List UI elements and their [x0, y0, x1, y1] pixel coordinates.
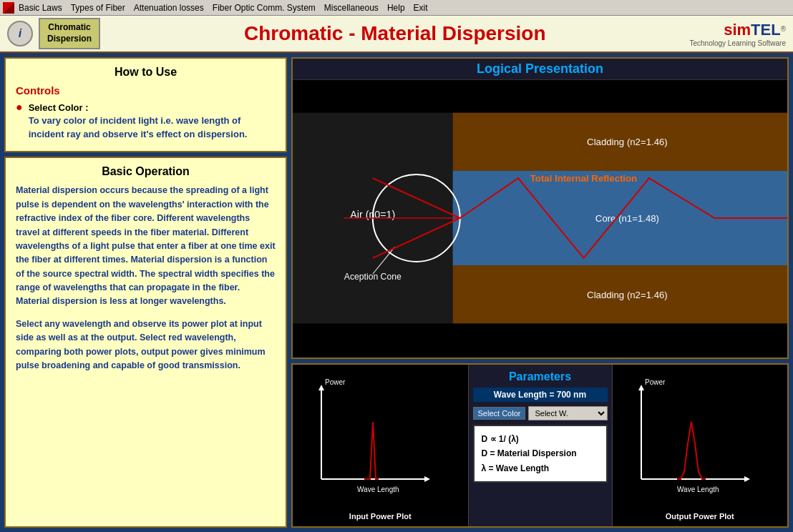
svg-text:Cladding (n2=1.46): Cladding (n2=1.46): [587, 290, 668, 300]
select-color-button[interactable]: Select Color: [473, 407, 526, 420]
logo-reg: ®: [781, 25, 786, 33]
svg-text:Wave Length: Wave Length: [677, 486, 719, 493]
svg-text:Total Internal Reflection: Total Internal Reflection: [530, 173, 637, 184]
logical-presentation: Logical Presentation Air (n0=1) Cladding…: [291, 57, 789, 359]
left-panel: How to Use Controls ● Select Color : To …: [4, 57, 287, 528]
output-power-plot: Power Wave Length Output Power Plot: [612, 365, 788, 526]
menu-attenuation[interactable]: Attenuation losses: [134, 3, 204, 13]
main-content: How to Use Controls ● Select Color : To …: [0, 53, 793, 532]
header: i Chromatic Dispersion Chromatic - Mater…: [0, 16, 793, 53]
tab-chromatic-dispersion[interactable]: Chromatic Dispersion: [39, 18, 100, 49]
formula-line1: D ∝ 1/ (λ): [482, 432, 599, 446]
info-button[interactable]: i: [7, 21, 33, 46]
menubar: Basic Laws Types of Fiber Attenuation lo…: [0, 0, 793, 16]
menu-fiber-comm[interactable]: Fiber Optic Comm. System: [213, 3, 316, 13]
svg-text:Core (n1=1.48): Core (n1=1.48): [595, 213, 659, 224]
app-icon: [3, 2, 14, 14]
how-to-use-title: How to Use: [16, 66, 276, 79]
input-power-plot: Power Power Wave Length Input Power Plot: [293, 365, 469, 526]
output-plot-label: Output Power Plot: [666, 512, 734, 521]
controls-title: Controls: [16, 84, 276, 97]
select-color-row: Select Color Select W.: [473, 406, 608, 420]
svg-text:Power: Power: [645, 379, 666, 386]
menu-types-fiber[interactable]: Types of Fiber: [71, 3, 125, 13]
basic-op-description: Material dispersion occurs because the s…: [16, 184, 276, 308]
bullet-icon: ●: [16, 101, 23, 114]
svg-marker-24: [638, 385, 644, 390]
params-title: Parameters: [509, 370, 571, 383]
svg-text:Power: Power: [325, 379, 346, 386]
control-desc: To vary color of incident light i.e. wav…: [29, 115, 248, 139]
svg-text:Cladding (n2=1.46): Cladding (n2=1.46): [587, 137, 668, 147]
menu-misc[interactable]: Miscellaneous: [324, 3, 379, 13]
basic-operation-panel: Basic Operation Material dispersion occu…: [4, 157, 287, 528]
select-wavelength-dropdown[interactable]: Select W.: [528, 406, 607, 420]
input-plot-label: Input Power Plot: [349, 512, 412, 521]
control-label: Select Color :: [29, 102, 89, 113]
formula-line3: λ = Wave Length: [482, 461, 599, 476]
right-panel: Logical Presentation Air (n0=1) Cladding…: [291, 57, 789, 528]
logo: simTEL® Technology Learning Software: [689, 21, 786, 47]
menu-help[interactable]: Help: [387, 3, 405, 13]
svg-marker-17: [318, 385, 324, 390]
wavelength-display: Wave Length = 700 nm: [473, 388, 608, 402]
svg-text:Wave Length: Wave Length: [357, 486, 399, 493]
menu-exit[interactable]: Exit: [414, 3, 428, 13]
logo-sim: sim: [724, 21, 751, 39]
formula-line2: D = Material Dispersion: [482, 446, 599, 460]
basic-op-title: Basic Operation: [16, 165, 276, 178]
menu-basic-laws[interactable]: Basic Laws: [19, 3, 62, 13]
page-title: Chromatic - Material Dispersion: [100, 22, 689, 45]
dispersion-formula: D ∝ 1/ (λ) D = Material Dispersion λ = W…: [473, 425, 608, 483]
logical-pres-title: Logical Presentation: [293, 59, 787, 80]
svg-marker-18: [424, 476, 430, 482]
svg-marker-25: [744, 476, 750, 482]
how-to-use-panel: How to Use Controls ● Select Color : To …: [4, 57, 287, 152]
logo-subtitle: Technology Learning Software: [689, 39, 786, 47]
basic-op-description2: Select any wavelength and observe its po…: [16, 317, 276, 373]
control-item: ● Select Color : To vary color of incide…: [16, 101, 276, 141]
logo-tel: TEL: [751, 21, 781, 39]
fiber-diagram: Air (n0=1) Cladding (n2=1.46) Core (n1=1…: [293, 80, 787, 356]
bottom-section: Power Power Wave Length Input Power Plot…: [291, 363, 789, 528]
parameters-center: Parameters Wave Length = 700 nm Select C…: [469, 365, 612, 526]
